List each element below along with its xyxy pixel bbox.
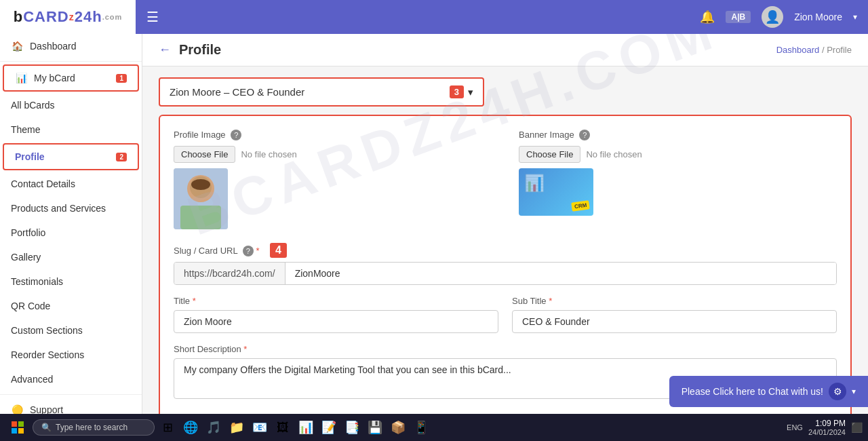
page-header: ← Profile Dashboard / Profile — [142, 34, 868, 66]
sidebar-item-theme[interactable]: Theme — [0, 117, 142, 142]
chat-gear-icon: ⚙ — [829, 383, 846, 400]
slug-input[interactable] — [285, 263, 836, 284]
slug-help-icon[interactable]: ? — [243, 246, 254, 256]
mybcard-section-box: 📊 My bCard 1 — [3, 64, 139, 92]
subtitle-label: Sub Title * — [512, 296, 837, 306]
taskbar-icon-6[interactable]: 📝 — [319, 417, 339, 438]
sidebar-item-profile[interactable]: Profile 2 — [4, 145, 138, 169]
svg-rect-6 — [18, 421, 24, 427]
svg-point-4 — [191, 179, 210, 190]
taskbar-lang: ENG — [787, 423, 803, 432]
contact-label: Contact Details — [11, 178, 75, 189]
mybcard-icon: 📊 — [15, 73, 27, 83]
dashboard-icon: 🏠 — [11, 41, 23, 52]
sidebar-dashboard-label: Dashboard — [30, 41, 77, 52]
advanced-label: Advanced — [11, 374, 53, 385]
profile-choose-file-button[interactable]: Choose File — [174, 146, 235, 163]
taskbar: 🔍 Type here to search ⊞ 🌐 🎵 📁 📧 🖼 📊 📝 📑 … — [0, 414, 868, 441]
back-button[interactable]: ← — [159, 43, 171, 57]
chat-button[interactable]: Please Click here to Chat with us! ⚙ ▾ — [669, 376, 868, 407]
profile-image-preview — [174, 168, 228, 229]
taskbar-icon-7[interactable]: 📑 — [342, 417, 362, 438]
allbcards-label: All bCards — [11, 100, 55, 111]
page-title-area: ← Profile — [159, 42, 221, 58]
banner-image-help-icon[interactable]: ? — [579, 130, 590, 140]
subtitle-col: Sub Title * — [512, 296, 837, 333]
app-logo: bCARDz24h.com — [0, 0, 136, 34]
taskbar-icon-8[interactable]: 💾 — [365, 417, 385, 438]
breadcrumb-home[interactable]: Dashboard — [776, 45, 820, 55]
profile-badge: 2 — [116, 153, 127, 161]
sidebar: 🏠 Dashboard 📊 My bCard 1 All bCards Them… — [0, 34, 142, 441]
breadcrumb: Dashboard / Profile — [776, 45, 852, 55]
sidebar-item-reorder[interactable]: Reorder Sections — [0, 343, 142, 367]
profile-image-input-area: Choose File No file chosen — [174, 146, 492, 163]
products-label: Products and Services — [11, 203, 106, 214]
sidebar-item-dashboard[interactable]: 🏠 Dashboard — [0, 34, 142, 58]
theme-label: Theme — [11, 124, 41, 135]
title-col: Title * — [174, 296, 498, 333]
reorder-label: Reorder Sections — [11, 349, 84, 360]
portfolio-label: Portfolio — [11, 227, 45, 238]
hamburger-button[interactable]: ☰ — [146, 9, 159, 25]
sidebar-item-testimonials[interactable]: Testimonials — [0, 269, 142, 294]
sidebar-item-portfolio[interactable]: Portfolio — [0, 220, 142, 245]
sidebar-item-custom-sections[interactable]: Custom Sections — [0, 318, 142, 343]
svg-rect-5 — [12, 421, 17, 427]
taskbar-icon-10[interactable]: 📱 — [411, 417, 431, 438]
start-button[interactable] — [5, 415, 30, 440]
chat-chevron-icon: ▾ — [852, 387, 856, 396]
taskbar-notification[interactable]: ⬛ — [851, 422, 863, 433]
page-title: Profile — [179, 42, 221, 58]
taskbar-edge-icon[interactable]: 🌐 — [180, 417, 201, 438]
title-input[interactable] — [174, 310, 498, 333]
taskbar-icon-2[interactable]: 📁 — [226, 417, 247, 438]
sidebar-item-allbcards[interactable]: All bCards — [0, 93, 142, 117]
sidebar-item-contact[interactable]: Contact Details — [0, 172, 142, 196]
user-menu-chevron-icon[interactable]: ▾ — [853, 12, 857, 22]
breadcrumb-current: Profile — [827, 45, 852, 55]
language-badge[interactable]: A|B — [726, 11, 751, 23]
short-desc-label: Short Description * — [174, 344, 837, 354]
banner-choose-file-button[interactable]: Choose File — [519, 146, 580, 163]
taskbar-icon-9[interactable]: 📦 — [388, 417, 408, 438]
sidebar-item-qrcode[interactable]: QR Code — [0, 294, 142, 318]
taskbar-task-view[interactable]: ⊞ — [157, 417, 178, 438]
profile-label: Profile — [15, 151, 45, 162]
taskbar-icon-1[interactable]: 🎵 — [203, 417, 224, 438]
sidebar-item-products[interactable]: Products and Services — [0, 196, 142, 220]
slug-prefix: https://bcard24h.com/ — [174, 263, 285, 284]
sidebar-item-gallery[interactable]: Gallery — [0, 245, 142, 269]
banner-image-preview: 📊 CRM — [519, 168, 593, 216]
user-name[interactable]: Zion Moore — [794, 12, 842, 22]
sidebar-mybcard-label: My bCard — [34, 73, 75, 83]
profile-no-file-text: No file chosen — [241, 149, 296, 159]
profile-image-section: Profile Image ? Choose File No file chos… — [174, 130, 492, 229]
sidebar-item-advanced[interactable]: Advanced — [0, 367, 142, 391]
taskbar-time: 1:09 PM — [808, 419, 846, 428]
taskbar-search[interactable]: 🔍 Type here to search — [33, 419, 155, 436]
navbar-right: 🔔 A|B 👤 Zion Moore ▾ — [700, 6, 857, 28]
profile-image-help-icon[interactable]: ? — [231, 130, 241, 140]
svg-rect-8 — [18, 428, 24, 434]
custom-sections-label: Custom Sections — [11, 325, 83, 336]
profile-section-box: Profile 2 — [3, 143, 139, 170]
taskbar-icon-4[interactable]: 🖼 — [273, 417, 293, 438]
notification-bell-icon[interactable]: 🔔 — [700, 9, 715, 24]
taskbar-icon-5[interactable]: 📊 — [296, 417, 316, 438]
image-row: Profile Image ? Choose File No file chos… — [174, 130, 837, 229]
banner-no-file-text: No file chosen — [586, 149, 642, 159]
sidebar-item-mybcard[interactable]: 📊 My bCard 1 — [4, 66, 138, 90]
profile-dropdown-chevron-icon: ▾ — [468, 86, 473, 98]
slug-label: Slug / Card URL ? * 4 — [174, 243, 837, 258]
banner-image-section: Banner Image ? Choose File No file chose… — [519, 130, 837, 229]
profile-dropdown[interactable]: Zion Moore – CEO & Founder 3 ▾ — [159, 77, 484, 107]
slug-row: Slug / Card URL ? * 4 https://bcard24h.c… — [174, 243, 837, 285]
gallery-label: Gallery — [11, 252, 41, 263]
avatar: 👤 — [762, 6, 783, 28]
testimonials-label: Testimonials — [11, 276, 63, 287]
taskbar-search-placeholder: Type here to search — [56, 423, 127, 432]
subtitle-input[interactable] — [512, 310, 837, 333]
taskbar-icon-3[interactable]: 📧 — [250, 417, 270, 438]
taskbar-right: ENG 1:09 PM 24/01/2024 ⬛ — [787, 419, 863, 436]
